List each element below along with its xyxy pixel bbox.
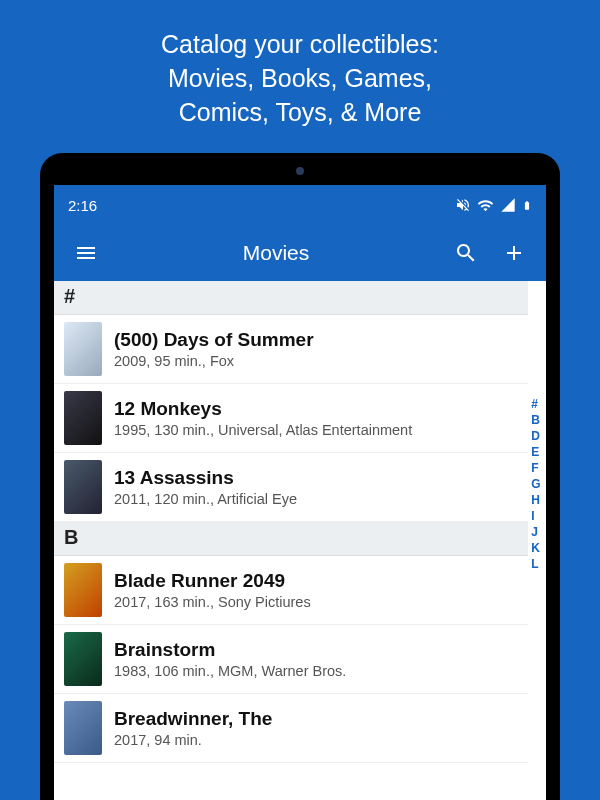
- section-header: B: [54, 522, 528, 556]
- movie-subtitle: 2017, 163 min., Sony Pictiures: [114, 594, 518, 610]
- status-bar: 2:16: [54, 185, 546, 225]
- signal-icon: [500, 197, 516, 213]
- movie-thumbnail: [64, 632, 102, 686]
- menu-button[interactable]: [66, 233, 106, 273]
- promo-line: Comics, Toys, & More: [40, 96, 560, 130]
- movie-title: (500) Days of Summer: [114, 329, 518, 351]
- index-letter[interactable]: J: [531, 524, 540, 540]
- list-item[interactable]: (500) Days of Summer2009, 95 min., Fox: [54, 315, 528, 384]
- list-area: #(500) Days of Summer2009, 95 min., Fox1…: [54, 281, 546, 800]
- mute-icon: [455, 197, 471, 213]
- page-title: Movies: [114, 241, 438, 265]
- movie-subtitle: 2011, 120 min., Artificial Eye: [114, 491, 518, 507]
- movie-title: Breadwinner, The: [114, 708, 518, 730]
- index-letter[interactable]: K: [531, 540, 540, 556]
- movie-subtitle: 2017, 94 min.: [114, 732, 518, 748]
- search-button[interactable]: [446, 233, 486, 273]
- promo-line: Catalog your collectibles:: [40, 28, 560, 62]
- alpha-index-rail: #BDEFGHIJKL: [528, 281, 546, 800]
- index-letter[interactable]: D: [531, 428, 540, 444]
- list-item[interactable]: 13 Assassins2011, 120 min., Artificial E…: [54, 453, 528, 522]
- front-camera: [296, 167, 304, 175]
- list-item[interactable]: Breadwinner, The2017, 94 min.: [54, 694, 528, 763]
- index-letter[interactable]: I: [531, 508, 540, 524]
- wifi-icon: [477, 197, 494, 214]
- movie-title: Brainstorm: [114, 639, 518, 661]
- app-bar: Movies: [54, 225, 546, 281]
- movie-thumbnail: [64, 701, 102, 755]
- list-item[interactable]: Brainstorm1983, 106 min., MGM, Warner Br…: [54, 625, 528, 694]
- movie-list[interactable]: #(500) Days of Summer2009, 95 min., Fox1…: [54, 281, 528, 800]
- index-letter[interactable]: L: [531, 556, 540, 572]
- movie-subtitle: 1995, 130 min., Universal, Atlas Enterta…: [114, 422, 518, 438]
- movie-thumbnail: [64, 391, 102, 445]
- index-letter[interactable]: H: [531, 492, 540, 508]
- clock: 2:16: [68, 197, 97, 214]
- search-icon: [454, 241, 478, 265]
- movie-subtitle: 1983, 106 min., MGM, Warner Bros.: [114, 663, 518, 679]
- movie-title: 12 Monkeys: [114, 398, 518, 420]
- promo-line: Movies, Books, Games,: [40, 62, 560, 96]
- screen: 2:16 Movies #(500) Days of Summer2009, 9…: [54, 185, 546, 800]
- index-letter[interactable]: #: [531, 396, 540, 412]
- status-icons: [455, 197, 532, 214]
- battery-icon: [522, 197, 532, 214]
- list-item[interactable]: 12 Monkeys1995, 130 min., Universal, Atl…: [54, 384, 528, 453]
- section-header: #: [54, 281, 528, 315]
- movie-thumbnail: [64, 460, 102, 514]
- index-letter[interactable]: G: [531, 476, 540, 492]
- list-item[interactable]: Blade Runner 20492017, 163 min., Sony Pi…: [54, 556, 528, 625]
- plus-icon: [502, 241, 526, 265]
- index-letter[interactable]: B: [531, 412, 540, 428]
- movie-subtitle: 2009, 95 min., Fox: [114, 353, 518, 369]
- index-letter[interactable]: F: [531, 460, 540, 476]
- tablet-frame: 2:16 Movies #(500) Days of Summer2009, 9…: [40, 153, 560, 800]
- index-letter[interactable]: E: [531, 444, 540, 460]
- movie-thumbnail: [64, 563, 102, 617]
- movie-title: Blade Runner 2049: [114, 570, 518, 592]
- add-button[interactable]: [494, 233, 534, 273]
- movie-thumbnail: [64, 322, 102, 376]
- promo-heading: Catalog your collectibles: Movies, Books…: [0, 0, 600, 153]
- movie-title: 13 Assassins: [114, 467, 518, 489]
- hamburger-icon: [74, 241, 98, 265]
